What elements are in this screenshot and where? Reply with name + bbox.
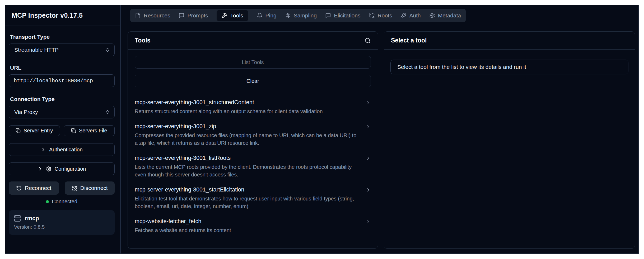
tool-list: mcp-server-everything-3001_structuredCon… xyxy=(135,99,371,234)
bell-icon xyxy=(257,13,263,18)
chevron-right-icon xyxy=(366,156,371,179)
disconnect-label: Disconnect xyxy=(80,185,108,191)
tool-row-website-fetch[interactable]: mcp-website-fetcher_fetch Fetches a webs… xyxy=(135,218,371,234)
servers-file-button[interactable]: Servers File xyxy=(64,125,115,136)
tool-description: Fetches a website and returns its conten… xyxy=(135,227,231,234)
details-panel-title: Select a tool xyxy=(391,37,427,44)
tab-label: Ping xyxy=(265,12,277,19)
connection-type-value: Via Proxy xyxy=(14,109,38,115)
authentication-toggle[interactable]: Authentication xyxy=(9,143,115,156)
tab-resources[interactable]: Resources xyxy=(135,10,170,21)
tab-label: Prompts xyxy=(187,12,208,19)
empty-state-message: Select a tool from the list to view its … xyxy=(390,60,628,74)
tool-description: Elicitation test tool that demonstrates … xyxy=(135,195,360,210)
sidebar-body: Transport Type Streamable HTTP URL http:… xyxy=(5,26,120,235)
tab-prompts[interactable]: Prompts xyxy=(179,10,208,21)
chevrons-up-down-icon xyxy=(105,109,110,115)
sidebar: MCP Inspector v0.17.5 Transport Type Str… xyxy=(5,5,121,253)
tab-metadata[interactable]: Metadata xyxy=(429,10,461,21)
search-icon[interactable] xyxy=(365,37,371,44)
message-square-icon xyxy=(325,13,331,18)
tool-description: Lists the current MCP roots provided by … xyxy=(135,163,360,179)
details-panel-header: Select a tool xyxy=(384,32,635,50)
tab-label: Sampling xyxy=(294,12,317,19)
clear-button[interactable]: Clear xyxy=(135,75,371,87)
folder-tree-icon xyxy=(369,13,375,18)
server-entry-label: Server Entry xyxy=(24,128,53,134)
message-square-icon xyxy=(179,13,184,18)
tab-label: Resources xyxy=(144,12,170,19)
list-tools-button[interactable]: List Tools xyxy=(135,56,371,69)
key-icon xyxy=(400,13,406,18)
copy-icon xyxy=(16,128,21,133)
configuration-toggle[interactable]: Configuration xyxy=(9,162,115,175)
chevron-right-icon xyxy=(366,187,371,210)
tool-name: mcp-server-everything-3001_listRoots xyxy=(135,155,360,161)
tool-row-list-roots[interactable]: mcp-server-everything-3001_listRoots Lis… xyxy=(135,155,371,179)
hammer-icon xyxy=(222,13,227,18)
refresh-off-icon xyxy=(72,185,77,191)
connection-type-select[interactable]: Via Proxy xyxy=(9,106,115,118)
tab-label: Metadata xyxy=(438,12,461,19)
server-version: Version: 0.8.5 xyxy=(14,224,109,230)
url-input[interactable]: http://localhost:8080/mcp xyxy=(9,74,115,87)
tab-label: Tools xyxy=(230,12,243,19)
authentication-label: Authentication xyxy=(49,147,83,153)
app-window: MCP Inspector v0.17.5 Transport Type Str… xyxy=(5,5,639,254)
tab-roots[interactable]: Roots xyxy=(369,10,392,21)
transport-type-label: Transport Type xyxy=(10,34,115,40)
chevrons-up-down-icon xyxy=(105,47,110,52)
server-entry-button[interactable]: Server Entry xyxy=(9,125,60,136)
tab-label: Elicitations xyxy=(334,12,360,19)
chevron-right-icon xyxy=(366,124,371,147)
status-label: Connected xyxy=(52,199,77,205)
file-icon xyxy=(135,13,141,18)
tool-details-panel: Select a tool Select a tool from the lis… xyxy=(384,31,635,249)
app-title: MCP Inspector v0.17.5 xyxy=(12,12,83,19)
chevron-right-icon xyxy=(366,219,371,234)
tool-name: mcp-server-everything-3001_structuredCon… xyxy=(135,99,323,106)
chevron-right-icon xyxy=(366,100,371,115)
disconnect-button[interactable]: Disconnect xyxy=(65,181,115,195)
tool-name: mcp-server-everything-3001_zip xyxy=(135,123,360,130)
tools-panel-title: Tools xyxy=(135,37,151,44)
tab-ping[interactable]: Ping xyxy=(257,10,277,21)
tab-elicitations[interactable]: Elicitations xyxy=(325,10,360,21)
hash-icon xyxy=(285,13,291,18)
configuration-label: Configuration xyxy=(55,166,86,172)
server-name: rmcp xyxy=(25,215,39,222)
url-label: URL xyxy=(10,65,115,71)
server-info-card: rmcp Version: 0.8.5 xyxy=(9,210,115,235)
reconnect-button[interactable]: Reconnect xyxy=(9,181,59,195)
status-dot xyxy=(46,200,49,203)
transport-type-select[interactable]: Streamable HTTP xyxy=(9,44,115,56)
tools-panel-header: Tools xyxy=(128,32,378,50)
tab-label: Roots xyxy=(378,12,392,19)
tool-description: Compresses the provided resource files (… xyxy=(135,132,360,147)
tool-name: mcp-server-everything-3001_startElicitat… xyxy=(135,186,360,193)
transport-type-value: Streamable HTTP xyxy=(14,47,59,53)
chevron-right-icon xyxy=(41,147,46,152)
server-icon xyxy=(14,215,21,222)
tab-tools[interactable]: Tools xyxy=(217,10,248,21)
tool-name: mcp-website-fetcher_fetch xyxy=(135,218,231,225)
tab-sampling[interactable]: Sampling xyxy=(285,10,317,21)
gear-icon xyxy=(429,13,435,18)
tool-row-structured-content[interactable]: mcp-server-everything-3001_structuredCon… xyxy=(135,99,371,115)
sidebar-header: MCP Inspector v0.17.5 xyxy=(5,5,120,26)
tools-panel: Tools List Tools Clear mcp-server-everyt… xyxy=(128,31,378,249)
tool-row-start-elicitation[interactable]: mcp-server-everything-3001_startElicitat… xyxy=(135,186,371,210)
reconnect-label: Reconnect xyxy=(25,185,51,191)
servers-file-label: Servers File xyxy=(79,128,107,134)
tools-panel-body: List Tools Clear mcp-server-everything-3… xyxy=(128,50,378,234)
copy-icon xyxy=(71,128,76,133)
gear-icon xyxy=(46,166,52,172)
tool-row-zip[interactable]: mcp-server-everything-3001_zip Compresse… xyxy=(135,123,371,147)
tab-label: Auth xyxy=(409,12,421,19)
chevron-right-icon xyxy=(38,166,43,171)
connection-status: Connected xyxy=(9,199,115,205)
connection-type-label: Connection Type xyxy=(10,96,115,102)
top-nav: Resources Prompts Tools Ping Sampling El… xyxy=(130,9,466,22)
tool-description: Returns structured content along with an… xyxy=(135,108,323,115)
tab-auth[interactable]: Auth xyxy=(400,10,421,21)
